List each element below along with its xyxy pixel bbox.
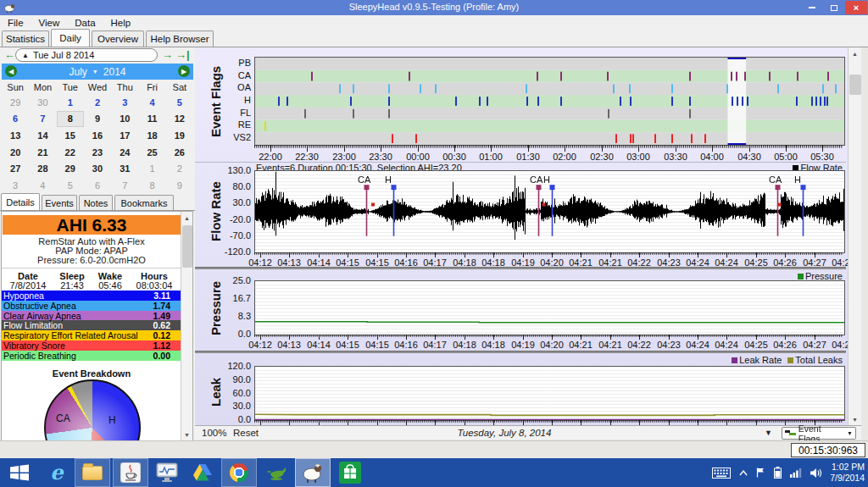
date-dropdown[interactable]: ▲ Tue Jul 8 2014: [15, 48, 158, 62]
leak-chart[interactable]: [254, 366, 845, 421]
calendar-day-8[interactable]: 8: [57, 111, 84, 128]
reset-button[interactable]: Reset: [233, 428, 259, 438]
calendar-day-30[interactable]: 30: [29, 94, 56, 111]
charts-scrollbar[interactable]: ▲ ▼: [848, 47, 861, 425]
collapse-icon[interactable]: ▼: [765, 429, 772, 437]
calendar-day-30[interactable]: 30: [84, 161, 111, 178]
taskbar-java-icon[interactable]: [113, 458, 148, 487]
calendar-year[interactable]: 2014: [103, 66, 126, 78]
menu-item-help[interactable]: Help: [103, 15, 139, 30]
calendar-day-3[interactable]: 3: [2, 177, 29, 194]
calendar-day-8[interactable]: 8: [138, 177, 165, 194]
start-button[interactable]: [2, 458, 37, 487]
show-hidden-icons-chevron[interactable]: [739, 470, 748, 476]
tab-details[interactable]: Details: [1, 193, 40, 210]
calendar-day-15[interactable]: 15: [57, 127, 84, 144]
calendar-day-10[interactable]: 10: [111, 111, 138, 128]
tab-statistics[interactable]: Statistics: [2, 30, 49, 47]
close-button[interactable]: ×: [845, 1, 867, 14]
taskbar-chrome-icon[interactable]: [221, 458, 257, 487]
taskbar-ie-icon[interactable]: e: [39, 458, 75, 487]
calendar-day-6[interactable]: 6: [2, 111, 29, 128]
zoom-level[interactable]: 100%: [202, 428, 226, 438]
network-signal-icon[interactable]: [790, 468, 802, 478]
calendar-day-9[interactable]: 9: [166, 177, 193, 194]
calendar-day-16[interactable]: 16: [84, 127, 111, 144]
calendar-day-7[interactable]: 7: [111, 177, 138, 194]
calendar-day-1[interactable]: 1: [57, 94, 84, 111]
calendar-day-31[interactable]: 31: [111, 161, 138, 178]
eventflags-chart[interactable]: [254, 57, 845, 146]
menu-item-view[interactable]: View: [31, 15, 68, 30]
taskbar-system-monitor-icon[interactable]: [149, 458, 185, 487]
calendar-day-14[interactable]: 14: [29, 127, 56, 144]
menu-item-file[interactable]: File: [0, 15, 31, 30]
scroll-up-icon[interactable]: ▲: [181, 212, 192, 224]
calendar-day-13[interactable]: 13: [2, 127, 29, 144]
calendar-day-24[interactable]: 24: [111, 144, 138, 161]
pressure-chart[interactable]: [254, 280, 845, 335]
calendar-day-29[interactable]: 29: [2, 94, 29, 111]
calendar-prev-month-button[interactable]: ◀: [5, 65, 17, 77]
calendar-day-3[interactable]: 3: [111, 94, 138, 111]
scroll-up-icon[interactable]: ▲: [849, 47, 861, 59]
tab-daily[interactable]: Daily: [51, 29, 90, 47]
taskbar-clock[interactable]: 1:02 PM 7/9/2014: [822, 462, 865, 484]
details-scrollbar[interactable]: ▲ ▼: [181, 212, 192, 440]
chart-selector-dropdown[interactable]: Event Flags ▼: [782, 427, 856, 440]
calendar-day-25[interactable]: 25: [138, 144, 165, 161]
prev-day-arrow[interactable]: ←: [4, 48, 15, 61]
volume-icon[interactable]: [810, 468, 822, 479]
calendar-day-2[interactable]: 2: [84, 94, 111, 111]
scroll-down-icon[interactable]: ▼: [849, 413, 861, 425]
taskbar-google-drive-icon[interactable]: [185, 458, 220, 487]
taskbar-store-icon[interactable]: [332, 458, 368, 487]
calendar-day-21[interactable]: 21: [29, 144, 56, 161]
splitter-handle[interactable]: [195, 267, 846, 269]
calendar-day-11[interactable]: 11: [138, 111, 165, 128]
calendar-day-5[interactable]: 5: [166, 94, 193, 111]
tab-bookmarks[interactable]: Bookmarks: [114, 195, 174, 210]
calendar-day-4[interactable]: 4: [138, 94, 165, 111]
tab-notes[interactable]: Notes: [79, 195, 113, 210]
battery-icon[interactable]: [774, 467, 782, 479]
calendar-day-5[interactable]: 5: [57, 177, 84, 194]
tab-help-browser[interactable]: Help Browser: [146, 30, 214, 47]
latest-day-arrow[interactable]: →|: [175, 48, 190, 61]
minimize-button[interactable]: [801, 1, 823, 14]
scroll-down-icon[interactable]: ▼: [181, 429, 192, 440]
taskbar-sleepyhead-icon[interactable]: [295, 458, 331, 487]
taskbar-genie-icon[interactable]: [259, 458, 295, 487]
calendar-day-4[interactable]: 4: [29, 177, 56, 194]
calendar-day-9[interactable]: 9: [84, 111, 111, 128]
month-dropdown-icon[interactable]: ▼: [92, 69, 98, 75]
maximize-button[interactable]: [823, 1, 845, 14]
tab-events[interactable]: Events: [42, 195, 77, 210]
scrollbar-thumb[interactable]: [182, 225, 192, 268]
calendar-day-27[interactable]: 27: [2, 161, 29, 178]
calendar-day-29[interactable]: 29: [57, 161, 84, 178]
taskbar-file-explorer-icon[interactable]: [75, 458, 110, 487]
calendar-day-1[interactable]: 1: [138, 161, 165, 178]
calendar-next-month-button[interactable]: ▶: [178, 65, 190, 77]
calendar-day-20[interactable]: 20: [2, 144, 29, 161]
calendar-day-7[interactable]: 7: [29, 111, 56, 128]
calendar-day-19[interactable]: 19: [166, 127, 193, 144]
calendar-day-22[interactable]: 22: [57, 144, 84, 161]
calendar-day-17[interactable]: 17: [111, 127, 138, 144]
action-center-flag-icon[interactable]: [756, 468, 765, 478]
menu-item-data[interactable]: Data: [67, 15, 103, 30]
touch-keyboard-icon[interactable]: [712, 468, 731, 479]
tab-overview[interactable]: Overview: [92, 30, 144, 47]
calendar-day-23[interactable]: 23: [84, 144, 111, 161]
calendar-day-28[interactable]: 28: [29, 161, 56, 178]
calendar-month[interactable]: July: [70, 66, 87, 78]
scrollbar-thumb[interactable]: [849, 75, 861, 95]
calendar-day-26[interactable]: 26: [166, 144, 193, 161]
calendar-day-18[interactable]: 18: [138, 127, 165, 144]
next-day-arrow[interactable]: →: [162, 48, 173, 61]
calendar-day-2[interactable]: 2: [166, 161, 193, 178]
calendar-day-6[interactable]: 6: [84, 177, 111, 194]
calendar-day-12[interactable]: 12: [166, 111, 193, 128]
splitter-handle[interactable]: [195, 351, 846, 353]
